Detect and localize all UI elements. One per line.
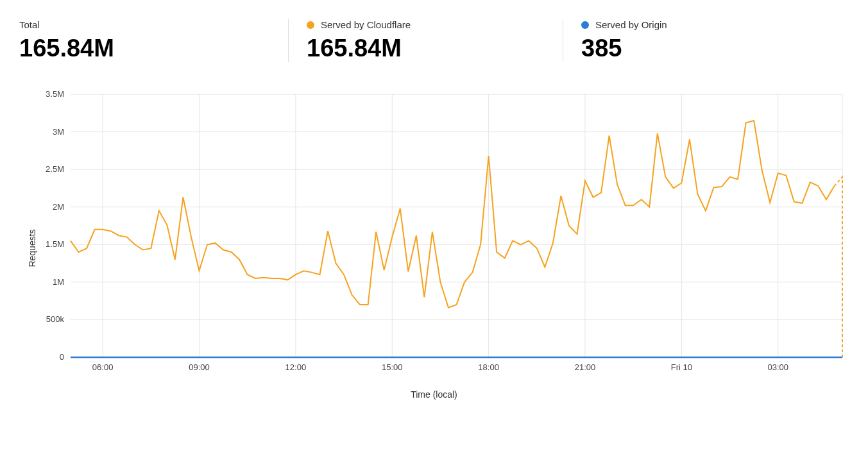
svg-text:3M: 3M [53,126,64,136]
chart-container: Requests 0500k1M1.5M2M2.5M3M3.5M06:0009:… [19,88,849,409]
svg-text:2.5M: 2.5M [46,164,64,174]
stat-cloudflare: Served by Cloudflare 165.84M [307,19,563,62]
svg-text:03:00: 03:00 [767,362,788,372]
svg-text:2M: 2M [53,202,64,212]
stat-origin-value: 385 [581,35,820,62]
stat-origin-label: Served by Origin [595,19,667,30]
stat-total: Total 165.84M [19,19,289,62]
svg-text:0: 0 [60,352,64,362]
svg-text:1.5M: 1.5M [46,239,64,249]
svg-text:500k: 500k [46,314,65,324]
stat-cloudflare-label: Served by Cloudflare [321,19,411,30]
svg-text:15:00: 15:00 [382,362,403,372]
svg-text:12:00: 12:00 [285,362,307,372]
dot-icon [581,21,589,29]
svg-text:06:00: 06:00 [92,362,114,372]
svg-text:18:00: 18:00 [478,362,499,372]
y-axis-label: Requests [27,229,37,267]
stat-origin: Served by Origin 385 [581,19,838,62]
stat-cloudflare-value: 165.84M [307,35,545,62]
x-axis-label: Time (local) [19,389,849,400]
dot-icon [307,21,314,29]
requests-chart: 0500k1M1.5M2M2.5M3M3.5M06:0009:0012:0015… [19,88,849,383]
stats-row: Total 165.84M Served by Cloudflare 165.8… [0,0,868,69]
svg-text:3.5M: 3.5M [46,89,64,99]
svg-text:1M: 1M [53,277,64,287]
svg-text:09:00: 09:00 [189,362,210,372]
svg-text:Fri 10: Fri 10 [671,362,692,372]
stat-total-value: 165.84M [19,35,270,62]
stat-total-label: Total [19,19,40,30]
svg-text:21:00: 21:00 [575,362,596,372]
